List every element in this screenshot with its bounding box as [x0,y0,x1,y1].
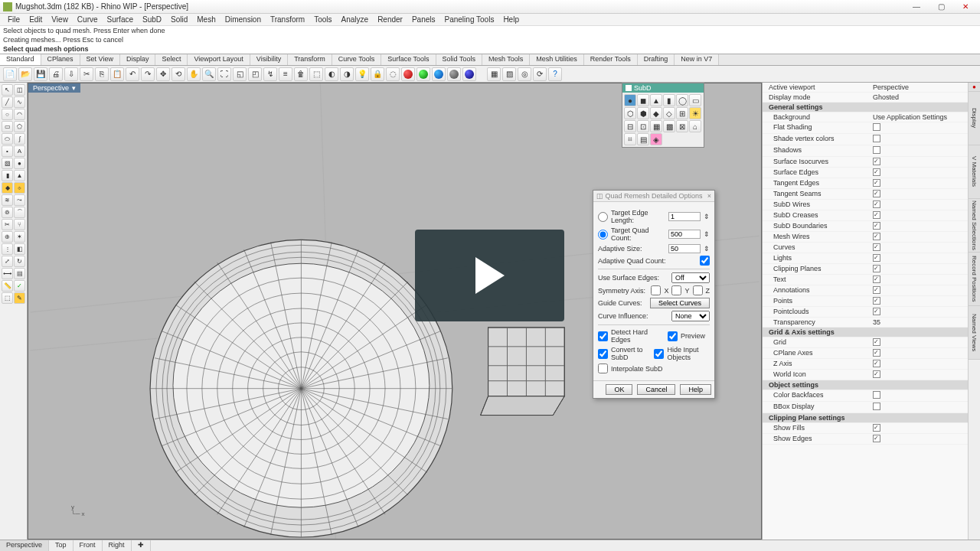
spinner-icon[interactable]: ⇕ [704,230,710,238]
cb-sym-x[interactable] [651,285,661,295]
box-icon[interactable]: ▧ [2,158,13,169]
quadremesh-dialog[interactable]: ◫ Quad Remesh Detailed Options× Target E… [593,190,715,399]
cb-adaptive-quad[interactable] [700,256,710,266]
play-overlay[interactable] [415,230,564,321]
trim-icon[interactable]: ✂ [2,219,13,230]
subd-t8-icon[interactable]: ⊡ [637,120,649,132]
cut-icon[interactable]: ✂ [80,67,93,81]
sel-curve-inf[interactable]: None [671,311,710,321]
check-icon[interactable]: ✓ [14,280,25,292]
paste-icon[interactable]: 📋 [110,67,124,81]
show-icon[interactable] [401,67,415,81]
subd-cone-icon[interactable]: ▲ [650,94,662,106]
btab-add[interactable]: ✚ [132,540,151,551]
layers-icon[interactable]: ≡ [279,67,292,81]
cb-pc[interactable] [873,308,880,315]
hide-icon[interactable]: ◌ [386,67,400,81]
rtab-views[interactable]: Named Views [969,306,980,360]
cb-text[interactable] [873,276,880,283]
move-icon[interactable]: ✥ [156,67,170,81]
tab-curvetools[interactable]: Curve Tools [332,54,381,65]
tab-visibility[interactable]: Visibility [250,54,288,65]
radio-edge-length[interactable] [598,212,608,222]
copy-icon[interactable]: ⎘ [95,67,109,81]
pan-icon[interactable]: ✋ [187,67,201,81]
arc-icon[interactable]: ◠ [14,109,25,120]
cb-hide[interactable] [654,349,664,359]
help-button[interactable]: Help [680,384,711,395]
subd-box-icon[interactable]: ◼ [637,94,649,106]
subd-toolbar[interactable]: SubD ● ◼ ▲ ▮ ◯ ▭ ⬡ ⬢ ◆ ◇ ⊞ ☀ ⊟ ⊡ ▦ ▩ ⊠ ⌂… [622,83,704,148]
minimize-button[interactable]: — [905,2,928,12]
lock-icon[interactable]: 🔒 [371,67,384,81]
cb-sc[interactable] [873,211,880,219]
tab-select[interactable]: Select [155,54,188,65]
maximize-button[interactable]: ▢ [929,2,952,12]
mirror-icon[interactable]: ◧ [14,243,25,255]
tab-surfacetools[interactable]: Surface Tools [381,54,436,65]
zoomsel-icon[interactable]: ◱ [233,67,247,81]
menu-help[interactable]: Help [498,15,524,24]
cb-wi[interactable] [873,370,880,378]
radio-quad-count[interactable] [598,230,608,240]
tool-b-icon[interactable]: ◑ [340,67,354,81]
input-quad-count[interactable] [668,230,701,239]
cb-bbox[interactable] [873,403,880,410]
cb-svc[interactable] [873,135,880,142]
subd-t12-icon[interactable]: ⌂ [689,120,701,132]
subd-t3-icon[interactable]: ◆ [650,107,662,119]
cb-curves[interactable] [873,243,880,251]
prop-display-mode-val[interactable]: Ghosted [873,93,965,101]
subd-t6-icon[interactable]: ☀ [689,107,701,119]
panel4-icon[interactable]: ⟳ [533,67,547,81]
cb-za[interactable] [873,360,880,367]
save-icon[interactable]: 💾 [34,67,47,81]
hint-icon[interactable]: ↯ [263,67,277,81]
import-icon[interactable]: ⇩ [64,67,78,81]
tab-standard[interactable]: Standard [0,54,41,65]
spinner-icon[interactable]: ⇕ [704,213,710,220]
menu-panels[interactable]: Panels [407,15,440,24]
open-icon[interactable]: 📂 [18,67,32,81]
rtab-dot[interactable]: ● [969,83,980,92]
ok-button[interactable]: OK [606,384,632,395]
cb-points[interactable] [873,297,880,305]
prop-trans-val[interactable]: 35 [873,318,965,326]
tool-a-icon[interactable]: ◐ [325,67,338,81]
panel2-icon[interactable]: ▨ [502,67,516,81]
redo-icon[interactable]: ↷ [141,67,155,81]
subd-t2-icon[interactable]: ⬢ [637,107,649,119]
loft-icon[interactable]: ≋ [2,194,13,206]
panel1-icon[interactable]: ▦ [487,67,501,81]
cb-lights[interactable] [873,254,880,262]
cone-icon[interactable]: ▲ [14,170,25,181]
pointer-icon[interactable]: ↖ [2,84,13,96]
shade4-icon[interactable] [462,67,476,81]
cb-cpa[interactable] [873,349,880,357]
tab-setview[interactable]: Set View [80,54,120,65]
cancel-button[interactable]: Cancel [637,384,675,395]
cb-sw[interactable] [873,201,880,208]
ellipse-icon[interactable]: ⬭ [2,133,13,145]
circle-icon[interactable]: ○ [2,109,13,120]
close-button[interactable]: ✕ [954,2,977,12]
tab-meshtools[interactable]: Mesh Tools [482,54,530,65]
hatch-icon[interactable]: ▤ [14,268,25,279]
menu-analyze[interactable]: Analyze [337,15,374,24]
print-icon[interactable]: 🖨 [49,67,63,81]
sphere-icon[interactable]: ● [14,158,25,169]
command-input[interactable] [89,45,977,53]
extrude-icon[interactable]: ◆ [2,182,13,194]
curve-icon[interactable]: ∫ [14,133,25,145]
sweep-icon[interactable]: ⤳ [14,194,25,206]
menu-render[interactable]: Render [373,15,407,24]
split-icon[interactable]: ⑂ [14,219,25,230]
zoom-icon[interactable]: 🔍 [202,67,216,81]
rtab-display[interactable]: Display [969,92,980,145]
polyline-icon[interactable]: ∿ [14,96,25,108]
cb-detect[interactable] [598,331,608,341]
lasso-icon[interactable]: ◫ [14,84,25,96]
cb-grid[interactable] [873,338,880,346]
cb-flat[interactable] [873,123,880,131]
btab-top[interactable]: Top [49,540,74,551]
